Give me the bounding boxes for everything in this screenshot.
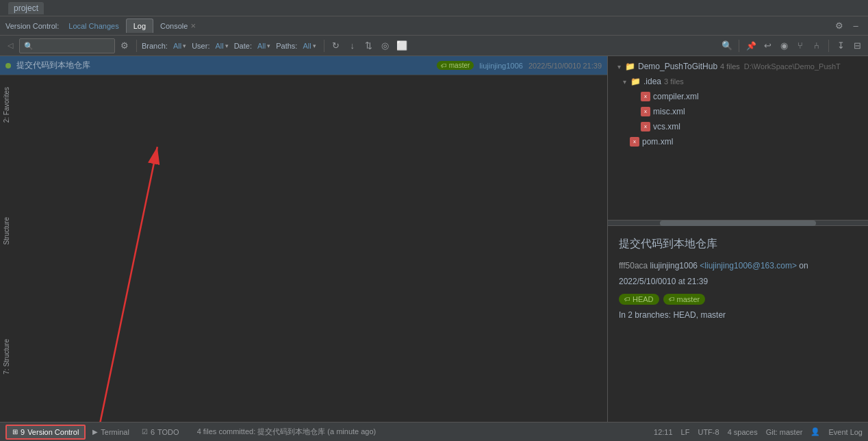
search-right-icon[interactable]: 🔍 <box>720 39 734 53</box>
terminal-status-tab[interactable]: ▶ Terminal <box>87 426 135 438</box>
lf-status[interactable]: LF <box>681 428 690 436</box>
pom-name: pom.xml <box>642 137 673 147</box>
paths-label: Paths: <box>276 42 297 50</box>
branch-dropdown[interactable]: All ▾ <box>170 40 189 51</box>
todo-tab-label: TODO <box>157 428 179 436</box>
date-dropdown[interactable]: All ▾ <box>255 40 273 51</box>
encoding-status[interactable]: UTF-8 <box>698 428 719 436</box>
spaces-status[interactable]: 4 spaces <box>728 428 758 436</box>
commit-author: liujinjing1006 <box>479 62 523 70</box>
seven-label[interactable]: 7: Structure <box>1 336 12 377</box>
branch-value: All <box>173 42 181 50</box>
tag-icon2[interactable]: ⬜ <box>395 39 409 53</box>
log-panel: 提交代码到本地仓库 master liujinjing1006 2022/5/1… <box>0 56 608 438</box>
merge-icon[interactable]: ⑃ <box>810 39 824 53</box>
collapse-icon[interactable]: ↧ <box>834 39 847 53</box>
tab-local-changes[interactable]: Local Changes <box>62 19 125 33</box>
arrow-annotation <box>0 77 607 438</box>
tab-log[interactable]: Log <box>126 18 153 33</box>
user-filter: User: All ▾ <box>192 40 231 51</box>
side-labels: 2: Favorites Structure 7: Structure <box>0 40 12 422</box>
user-label: User: <box>192 42 209 50</box>
detail-branches: In 2 branches: HEAD, master <box>619 310 857 320</box>
separator-3 <box>739 40 739 52</box>
misc-xml-icon: x <box>641 107 650 116</box>
root-path: D:\WorkSpace\Demo_PushT <box>744 62 841 71</box>
paths-value: All <box>303 42 311 50</box>
separator-1 <box>136 40 137 52</box>
pom-xml-icon: x <box>630 137 639 147</box>
sort-icon[interactable]: ⇅ <box>362 39 376 53</box>
structure-label[interactable]: Structure <box>1 214 12 248</box>
branch-icon[interactable]: ⑂ <box>793 39 807 53</box>
fetch-icon[interactable]: ↓ <box>346 39 359 53</box>
tree-root[interactable]: ▾ 📁 Demo_PushToGitHub 4 files D:\WorkSpa… <box>608 59 868 74</box>
revert-icon[interactable]: ↩ <box>761 39 774 53</box>
svg-line-1 <box>100 147 157 423</box>
search-settings-icon[interactable]: ⚙ <box>118 39 131 53</box>
paths-chevron: ▾ <box>313 42 316 49</box>
user-dropdown[interactable]: All ▾ <box>212 40 231 51</box>
commit-row[interactable]: 提交代码到本地仓库 master liujinjing1006 2022/5/1… <box>0 56 607 75</box>
detail-hash-line: fff50aca liujinjing1006 <liujinjing1006@… <box>619 260 857 273</box>
tab-bar: Version Control: Local Changes Log Conso… <box>0 16 868 36</box>
minimize-icon[interactable]: – <box>849 19 863 33</box>
project-tab[interactable]: project <box>8 2 44 14</box>
vc-tab-icon: ⊞ <box>12 428 18 436</box>
scrollbar[interactable] <box>608 220 868 226</box>
paths-dropdown[interactable]: All ▾ <box>300 40 318 51</box>
search-input[interactable] <box>19 38 115 53</box>
vcs-name: vcs.xml <box>653 122 680 131</box>
console-close[interactable]: × <box>190 21 196 31</box>
event-log[interactable]: Event Log <box>828 428 863 436</box>
vc-status-tab[interactable]: ⊞ 9 Version Control <box>5 425 86 440</box>
pom-xml[interactable]: x pom.xml <box>608 134 868 149</box>
expand-icon[interactable]: ⊟ <box>850 39 864 53</box>
toolbar-right: 🔍 📌 ↩ ◉ ⑂ ⑃ ↧ ⊟ <box>720 39 864 53</box>
branch-tag: master <box>437 61 474 70</box>
date-chevron: ▾ <box>267 42 270 49</box>
line-col[interactable]: 12:11 <box>654 428 673 436</box>
date-label: Date: <box>234 42 252 50</box>
date-filter: Date: All ▾ <box>234 40 274 51</box>
branch-label: Branch: <box>142 42 168 50</box>
file-tree: ▾ 📁 Demo_PushToGitHub 4 files D:\WorkSpa… <box>608 56 868 220</box>
root-name: Demo_PushToGitHub <box>638 62 717 71</box>
root-toggle[interactable]: ▾ <box>613 63 624 71</box>
tab-console[interactable]: Console × <box>153 18 203 34</box>
todo-status-tab[interactable]: ☑ 6 TODO <box>136 426 185 438</box>
refresh-icon[interactable]: ↻ <box>329 39 343 53</box>
idea-toggle[interactable]: ▾ <box>619 78 630 86</box>
vc-tab-number: 9 <box>21 428 25 436</box>
head-tag: HEAD <box>619 294 659 305</box>
root-file-count: 4 files <box>720 62 740 71</box>
git-status[interactable]: Git: master <box>766 428 803 436</box>
detail-author: liujinjing1006 <box>650 261 698 270</box>
misc-xml[interactable]: x misc.xml <box>608 104 868 119</box>
idea-folder[interactable]: ▾ 📁 .idea 3 files <box>608 74 868 89</box>
detail-title: 提交代码到本地仓库 <box>619 237 857 251</box>
vcs-xml[interactable]: x vcs.xml <box>608 119 868 134</box>
separator-2 <box>324 40 324 52</box>
terminal-tab-label: Terminal <box>101 428 129 436</box>
idea-count: 3 files <box>664 77 684 86</box>
compiler-name: compiler.xml <box>653 92 699 101</box>
detail-tags: HEAD master <box>619 294 857 305</box>
eye-icon[interactable]: ◎ <box>379 39 392 53</box>
user-chevron: ▾ <box>225 42 229 49</box>
root-folder-icon: 📁 <box>624 62 635 71</box>
compiler-xml[interactable]: x compiler.xml <box>608 89 868 104</box>
detail-date-line: 2022/5/10/0010 at 21:39 <box>619 275 857 288</box>
log-toolbar: ◁ ⚙ Branch: All ▾ User: All ▾ Date: All … <box>0 36 868 56</box>
commit-meta: master liujinjing1006 2022/5/10/0010 21:… <box>437 61 602 70</box>
settings-icon[interactable]: ⚙ <box>832 19 846 33</box>
misc-name: misc.xml <box>653 107 685 116</box>
user-icon[interactable]: 👤 <box>810 427 820 436</box>
compiler-xml-icon: x <box>641 92 650 101</box>
pin-icon[interactable]: 📌 <box>744 39 758 53</box>
apply-icon[interactable]: ◉ <box>777 39 791 53</box>
commit-date: 2022/5/10/0010 21:39 <box>528 62 602 70</box>
detail-date: 2022/5/10/0010 at 21:39 <box>619 277 708 286</box>
favorites-label[interactable]: 2: Favorites <box>1 84 12 125</box>
detail-on: on <box>799 261 808 270</box>
